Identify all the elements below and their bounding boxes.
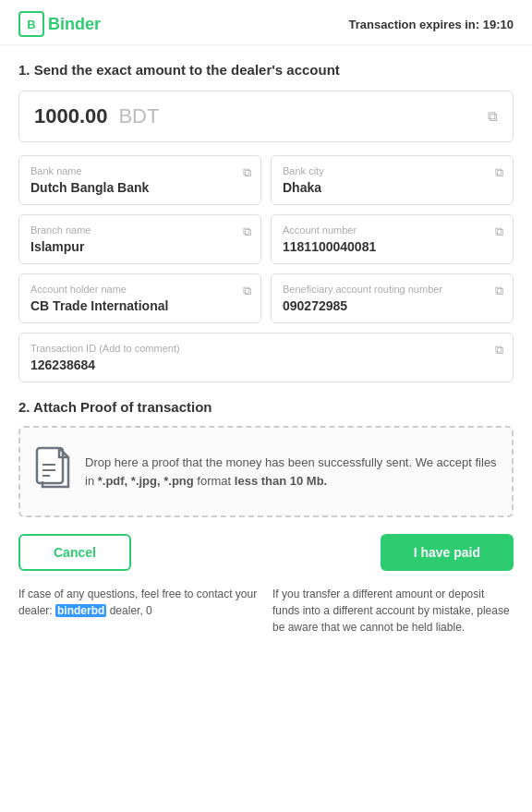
timer-value: 19:10 xyxy=(483,18,514,31)
amount-display: 1000.00 BDT xyxy=(34,104,159,128)
fields-grid-row1: Bank name Dutch Bangla Bank ⧉ Bank city … xyxy=(18,155,514,205)
step1-title: 1. Send the exact amount to the dealer's… xyxy=(18,62,514,78)
drop-instructions: Drop here a proof that the money has bee… xyxy=(85,454,497,490)
step2-title: 2. Attach Proof of transaction xyxy=(18,399,514,415)
transaction-id-value: 126238684 xyxy=(30,358,502,372)
amount-currency: BDT xyxy=(118,104,159,127)
timer-label: Transaction expires in: xyxy=(349,18,480,31)
footer-left: If case of any questions, feel free to c… xyxy=(18,586,260,636)
footer-notes: If case of any questions, feel free to c… xyxy=(18,586,514,636)
logo-icon: B xyxy=(18,11,44,37)
bank-city-value: Dhaka xyxy=(283,180,502,195)
cancel-button[interactable]: Cancel xyxy=(18,534,131,571)
transaction-id-field: Transaction ID (Add to comment) 12623868… xyxy=(18,333,514,382)
drop-text-part2: format xyxy=(194,474,235,488)
bank-city-field: Bank city Dhaka ⧉ xyxy=(271,155,514,205)
amount-copy-icon[interactable]: ⧉ xyxy=(488,108,498,125)
fields-grid-row3: Account holder name CB Trade Internation… xyxy=(18,273,514,323)
bank-name-copy-icon[interactable]: ⧉ xyxy=(243,165,251,180)
account-number-label: Account number xyxy=(283,224,502,236)
routing-number-value: 090272985 xyxy=(283,298,502,313)
footer-dealer-link[interactable]: binderbd xyxy=(55,604,106,617)
transaction-id-copy-icon[interactable]: ⧉ xyxy=(495,343,503,358)
routing-copy-icon[interactable]: ⧉ xyxy=(495,284,503,298)
branch-name-copy-icon[interactable]: ⧉ xyxy=(243,224,251,239)
fields-grid-row2: Branch name Islampur ⧉ Account number 11… xyxy=(18,214,514,264)
logo: B Binder xyxy=(18,11,101,37)
transaction-timer: Transaction expires in: 19:10 xyxy=(349,18,514,31)
account-holder-field: Account holder name CB Trade Internation… xyxy=(18,273,261,323)
branch-name-value: Islampur xyxy=(30,239,249,254)
bank-city-label: Bank city xyxy=(283,165,502,176)
header: B Binder Transaction expires in: 19:10 xyxy=(0,0,532,45)
bank-name-field: Bank name Dutch Bangla Bank ⧉ xyxy=(18,155,261,205)
account-holder-copy-icon[interactable]: ⧉ xyxy=(243,284,251,298)
bank-name-label: Bank name xyxy=(30,165,249,176)
routing-number-label: Beneficiary account routing number xyxy=(283,284,502,295)
amount-box: 1000.00 BDT ⧉ xyxy=(18,91,514,142)
account-holder-label: Account holder name xyxy=(30,284,249,295)
action-buttons: Cancel I have paid xyxy=(18,534,514,571)
fields-grid-row4: Transaction ID (Add to comment) 12623868… xyxy=(18,333,514,382)
routing-number-field: Beneficiary account routing number 09027… xyxy=(271,273,514,323)
branch-name-field: Branch name Islampur ⧉ xyxy=(18,214,261,264)
transaction-id-label: Transaction ID (Add to comment) xyxy=(30,343,502,354)
branch-name-label: Branch name xyxy=(30,224,249,236)
account-number-value: 1181100040081 xyxy=(283,239,502,254)
drop-zone[interactable]: Drop here a proof that the money has bee… xyxy=(18,426,514,517)
document-icon xyxy=(35,446,72,497)
drop-formats: *.pdf, *.jpg, *.png xyxy=(98,474,194,488)
bank-city-copy-icon[interactable]: ⧉ xyxy=(495,165,503,180)
amount-value: 1000.00 xyxy=(34,104,108,127)
account-holder-value: CB Trade International xyxy=(30,298,249,313)
main-content: 1. Send the exact amount to the dealer's… xyxy=(0,45,532,652)
account-number-copy-icon[interactable]: ⧉ xyxy=(495,224,503,239)
logo-name: Binder xyxy=(48,15,101,34)
footer-left-text2: dealer, 0 xyxy=(106,604,151,617)
drop-size-limit: less than 10 Mb. xyxy=(235,474,327,488)
footer-right: If you transfer a different amount or de… xyxy=(272,586,514,636)
bank-name-value: Dutch Bangla Bank xyxy=(30,180,249,195)
account-number-field: Account number 1181100040081 ⧉ xyxy=(271,214,514,264)
paid-button[interactable]: I have paid xyxy=(381,534,514,571)
